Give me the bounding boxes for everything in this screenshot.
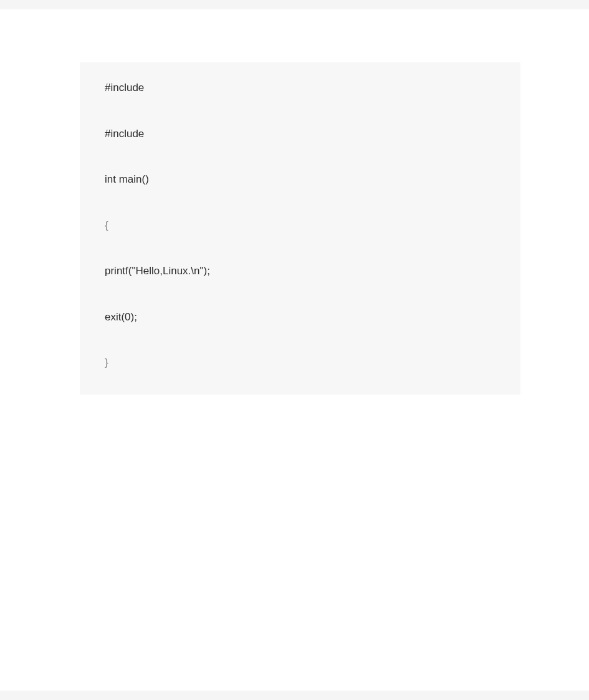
code-line-brace-open: { [105,218,496,234]
document-page: #include #include int main() { printf("H… [0,9,589,691]
code-line: int main() [105,171,496,188]
code-line: exit(0); [105,309,496,325]
code-block: #include #include int main() { printf("H… [80,62,520,395]
code-line-brace-close: } [105,355,496,371]
code-line: printf("Hello,Linux.\n"); [105,263,496,279]
code-line: #include [105,80,496,96]
code-line: #include [105,126,496,142]
